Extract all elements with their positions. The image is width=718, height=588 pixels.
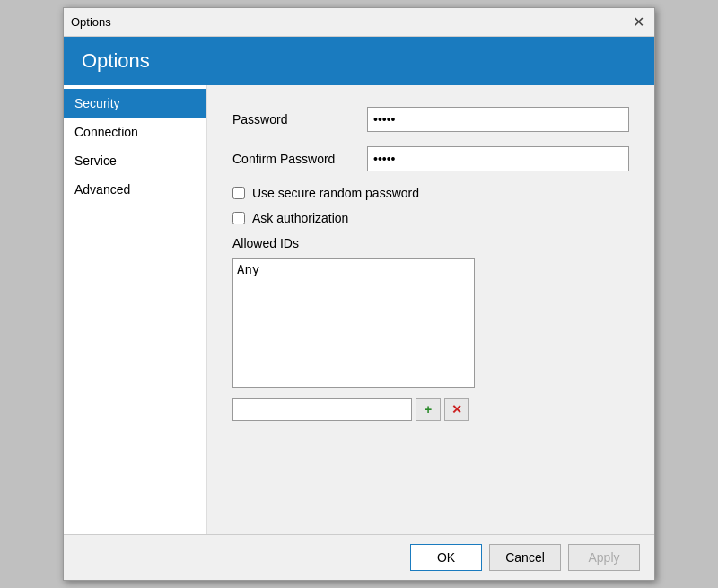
header-bar: Options [64,37,654,85]
window-title: Options [71,15,111,29]
footer: OK Cancel Apply [64,534,654,580]
confirm-password-row: Confirm Password [232,146,629,171]
id-input-row: + ✕ [232,398,629,421]
sidebar-item-advanced[interactable]: Advanced [64,175,206,204]
ask-auth-row: Ask authorization [232,211,629,225]
sidebar-item-connection[interactable]: Connection [64,118,206,146]
options-window: Options ✕ Options Security Connection Se… [63,7,655,581]
use-secure-row: Use secure random password [232,186,629,200]
apply-button[interactable]: Apply [568,544,640,571]
sidebar-item-service[interactable]: Service [64,146,206,175]
password-label: Password [232,112,367,127]
ask-auth-checkbox[interactable] [232,212,245,224]
password-input[interactable] [367,107,629,132]
confirm-password-input[interactable] [367,146,629,171]
remove-id-button[interactable]: ✕ [444,398,469,421]
use-secure-label[interactable]: Use secure random password [252,186,419,200]
add-icon: + [425,402,432,417]
use-secure-checkbox[interactable] [232,187,245,199]
close-button[interactable]: ✕ [629,13,647,31]
cancel-button[interactable]: Cancel [489,544,561,571]
allowed-ids-section-label: Allowed IDs [232,236,629,250]
id-text-input[interactable] [232,398,412,421]
add-id-button[interactable]: + [416,398,441,421]
ask-auth-label[interactable]: Ask authorization [252,211,348,225]
remove-icon: ✕ [451,402,462,417]
content-area: Security Connection Service Advanced Pas… [64,85,654,534]
main-panel: Password Confirm Password Use secure ran… [207,85,654,534]
allowed-ids-textarea[interactable]: Any [232,258,475,388]
sidebar: Security Connection Service Advanced [64,85,207,534]
ok-button[interactable]: OK [410,544,482,571]
password-row: Password [232,107,629,132]
sidebar-item-security[interactable]: Security [64,89,206,118]
header-title: Options [82,49,150,72]
confirm-password-label: Confirm Password [232,152,367,166]
titlebar: Options ✕ [64,8,654,37]
